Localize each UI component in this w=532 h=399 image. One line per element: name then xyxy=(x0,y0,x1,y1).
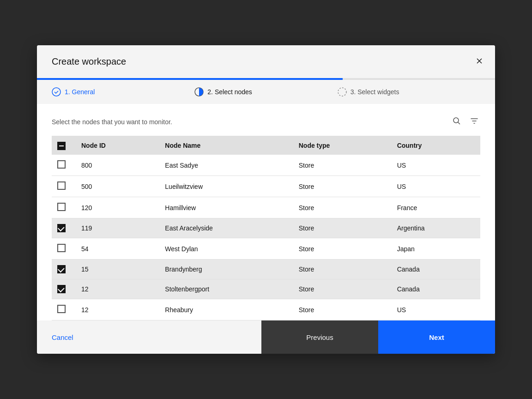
node-id: 500 xyxy=(74,176,157,197)
node-type: Store xyxy=(291,238,390,260)
table-row: 15BrandynbergStoreCanada xyxy=(52,260,480,279)
svg-point-0 xyxy=(52,88,60,96)
node-country: US xyxy=(390,155,480,176)
table-row: 500LueilwitzviewStoreUS xyxy=(52,176,480,197)
node-id: 15 xyxy=(74,260,157,279)
node-country: Canada xyxy=(390,279,480,299)
step-completed-icon xyxy=(52,87,61,97)
col-node-type: Node type xyxy=(291,136,390,155)
node-id: 12 xyxy=(74,299,157,320)
modal-header: Create workspace 1. General xyxy=(37,45,495,104)
modal-footer: Cancel Previous Next xyxy=(37,320,495,354)
select-all-header[interactable] xyxy=(52,136,74,155)
row-checkbox-cell[interactable] xyxy=(52,260,74,279)
row-checkbox-cell[interactable] xyxy=(52,197,74,218)
svg-point-2 xyxy=(338,88,346,96)
step-select-nodes-label: 2. Select nodes xyxy=(207,88,252,96)
node-name: Hamillview xyxy=(157,197,291,218)
col-node-name: Node Name xyxy=(157,136,291,155)
row-checkbox[interactable] xyxy=(57,224,66,232)
filter-button[interactable] xyxy=(468,115,480,128)
node-id: 119 xyxy=(74,218,157,238)
row-checkbox-cell[interactable] xyxy=(52,218,74,238)
node-type: Store xyxy=(291,279,390,299)
row-checkbox-cell[interactable] xyxy=(52,176,74,197)
node-type: Store xyxy=(291,176,390,197)
node-name: East Aracelyside xyxy=(157,218,291,238)
node-name: West Dylan xyxy=(157,238,291,260)
node-id: 800 xyxy=(74,155,157,176)
select-all-checkbox[interactable] xyxy=(57,142,66,150)
node-name: Rheabury xyxy=(157,299,291,320)
section-description: Select the nodes that you want to monito… xyxy=(52,118,172,126)
step-pending-icon xyxy=(338,87,347,97)
row-checkbox-cell[interactable] xyxy=(52,299,74,320)
row-checkbox[interactable] xyxy=(57,160,66,169)
step-general: 1. General xyxy=(52,87,194,97)
node-type: Store xyxy=(291,299,390,320)
node-name: Lueilwitzview xyxy=(157,176,291,197)
modal-title: Create workspace xyxy=(52,56,480,67)
close-button[interactable] xyxy=(473,54,486,69)
row-checkbox[interactable] xyxy=(57,181,66,190)
col-node-id: Node ID xyxy=(74,136,157,155)
node-id: 120 xyxy=(74,197,157,218)
step-active-icon xyxy=(194,87,204,97)
table-header-row: Node ID Node Name Node type Country xyxy=(52,136,480,155)
table-row: 54West DylanStoreJapan xyxy=(52,238,480,260)
table-row: 119East AracelysideStoreArgentina xyxy=(52,218,480,238)
col-country: Country xyxy=(390,136,480,155)
node-country: US xyxy=(390,176,480,197)
progress-bar xyxy=(37,78,495,80)
nodes-table: Node ID Node Name Node type Country 800E… xyxy=(52,136,480,320)
progress-bar-fill xyxy=(37,78,343,80)
footer-previous[interactable]: Previous xyxy=(261,320,378,354)
table-row: 120HamillviewStoreFrance xyxy=(52,197,480,218)
next-button[interactable]: Next xyxy=(378,320,495,354)
cancel-button[interactable]: Cancel xyxy=(52,333,73,341)
row-checkbox-cell[interactable] xyxy=(52,155,74,176)
node-country: Canada xyxy=(390,260,480,279)
search-button[interactable] xyxy=(451,115,463,128)
node-type: Store xyxy=(291,197,390,218)
step-select-widgets-label: 3. Select widgets xyxy=(351,88,399,96)
node-type: Store xyxy=(291,218,390,238)
row-checkbox[interactable] xyxy=(57,244,66,252)
row-checkbox-cell[interactable] xyxy=(52,238,74,260)
node-name: Brandynberg xyxy=(157,260,291,279)
steps-row: 1. General 2. Select nodes 3. Select wid… xyxy=(52,80,480,104)
svg-point-3 xyxy=(453,118,459,123)
node-id: 12 xyxy=(74,279,157,299)
row-checkbox[interactable] xyxy=(57,285,66,293)
row-checkbox-cell[interactable] xyxy=(52,279,74,299)
create-workspace-modal: Create workspace 1. General xyxy=(37,45,495,354)
node-country: US xyxy=(390,299,480,320)
step-select-widgets: 3. Select widgets xyxy=(338,87,480,97)
table-row: 12StoltenbergportStoreCanada xyxy=(52,279,480,299)
step-general-label: 1. General xyxy=(65,88,95,96)
footer-left: Cancel xyxy=(37,320,261,354)
table-row: 12RheaburyStoreUS xyxy=(52,299,480,320)
node-name: Stoltenbergport xyxy=(157,279,291,299)
node-country: Argentina xyxy=(390,218,480,238)
footer-next[interactable]: Next xyxy=(378,320,495,354)
icon-actions xyxy=(451,115,480,128)
node-name: East Sadye xyxy=(157,155,291,176)
step-select-nodes: 2. Select nodes xyxy=(194,87,337,97)
node-type: Store xyxy=(291,260,390,279)
row-checkbox[interactable] xyxy=(57,305,66,313)
node-type: Store xyxy=(291,155,390,176)
table-row: 800East SadyeStoreUS xyxy=(52,155,480,176)
modal-body: Select the nodes that you want to monito… xyxy=(37,104,495,320)
node-country: France xyxy=(390,197,480,218)
node-country: Japan xyxy=(390,238,480,260)
row-checkbox[interactable] xyxy=(57,203,66,211)
previous-button[interactable]: Previous xyxy=(261,320,378,354)
node-id: 54 xyxy=(74,238,157,260)
row-checkbox[interactable] xyxy=(57,265,66,273)
section-header: Select the nodes that you want to monito… xyxy=(52,115,480,128)
